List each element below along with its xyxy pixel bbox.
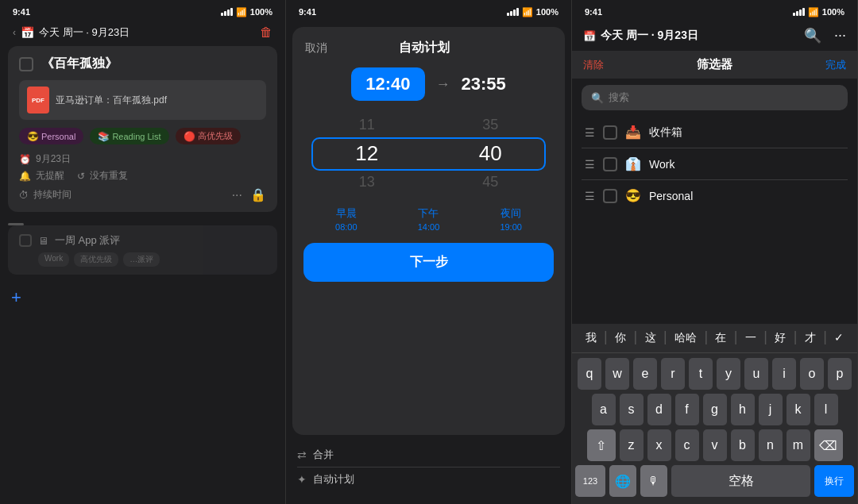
status-signal-1 — [221, 8, 233, 16]
tag-reading[interactable]: 📚 Reading List — [90, 128, 168, 144]
kb-key-n[interactable]: n — [759, 429, 783, 461]
kb-key-d[interactable]: d — [647, 394, 671, 425]
dots-icon[interactable]: ··· — [232, 188, 242, 202]
kb-key-b[interactable]: b — [731, 429, 755, 461]
tasks-header-left: ‹ 📅 今天 周一 · 9月23日 — [13, 25, 129, 40]
fi-emoji-2: 👔 — [625, 156, 641, 171]
kb-suggest-1[interactable]: 我 — [579, 329, 603, 348]
p3-action-icons: 🔍 ··· — [804, 27, 846, 44]
kb-delete-key[interactable]: ⌫ — [814, 429, 843, 461]
kb-bottom-row: 123 🌐 🎙 空格 换行 — [575, 465, 854, 497]
tp-hour-col[interactable]: 11 12 13 — [305, 113, 429, 194]
kb-suggest-3[interactable]: 这 — [639, 329, 663, 348]
kb-key-c[interactable]: c — [675, 429, 699, 461]
tp-minute-below: 45 — [482, 171, 498, 194]
task-card-mini[interactable]: 🖥 一周 App 派评 Work 高优先级 …派评 — [8, 225, 277, 275]
panel2-content: 取消 自动计划 12:40 → 23:55 11 12 13 35 40 — [286, 22, 571, 504]
search-box[interactable]: 🔍 搜索 — [582, 85, 848, 110]
kb-key-l[interactable]: l — [814, 394, 838, 425]
tag-personal[interactable]: 😎 Personal — [19, 128, 83, 144]
kb-key-s[interactable]: s — [620, 394, 644, 425]
search-icon-3[interactable]: 🔍 — [804, 27, 821, 44]
tp-cancel-button[interactable]: 取消 — [305, 41, 327, 56]
kb-shift-key[interactable]: ⇧ — [587, 429, 616, 461]
tag-priority[interactable]: 🔴 高优先级 — [176, 128, 241, 144]
kb-globe-key[interactable]: 🌐 — [609, 465, 636, 497]
kb-suggest-check[interactable]: ✓ — [828, 329, 850, 348]
filter-item-work[interactable]: ☰ 👔 Work — [582, 148, 848, 180]
kb-key-v[interactable]: v — [703, 429, 727, 461]
panel2-auto-item[interactable]: ✦ 自动计划 — [297, 467, 560, 491]
kb-key-y[interactable]: y — [717, 358, 740, 390]
kb-key-p[interactable]: p — [828, 358, 852, 390]
kb-key-u[interactable]: u — [744, 358, 768, 390]
kb-key-g[interactable]: g — [703, 394, 727, 425]
filter-item-inbox[interactable]: ☰ 📥 收件箱 — [582, 117, 848, 148]
task-card-main[interactable]: 《百年孤独》 PDF 亚马逊订单：百年孤独.pdf 😎 Personal 📚 R… — [8, 46, 277, 212]
task-checkbox-main[interactable] — [19, 57, 33, 71]
battery-3: 100% — [822, 7, 844, 17]
fi-list-icon-2: ☰ — [585, 158, 595, 171]
tp-preset-afternoon[interactable]: 下午 14:00 — [418, 206, 440, 232]
auto-label: 自动计划 — [313, 472, 354, 487]
kb-enter-key[interactable]: 换行 — [814, 465, 854, 497]
kb-space-key[interactable]: 空格 — [671, 465, 810, 497]
kb-key-r[interactable]: r — [661, 358, 685, 390]
kb-key-e[interactable]: e — [633, 358, 657, 390]
kb-key-h[interactable]: h — [731, 394, 755, 425]
kb-key-z[interactable]: z — [620, 429, 644, 461]
panel2-merge-item[interactable]: ⇄ 合并 — [297, 443, 560, 467]
kb-key-j[interactable]: j — [759, 394, 783, 425]
fi-checkbox-1[interactable] — [603, 125, 617, 140]
tp-arrow-icon: → — [436, 76, 450, 93]
kb-123-key[interactable]: 123 — [575, 465, 605, 497]
status-right-2: 📶 100% — [507, 7, 558, 17]
more-icon-3[interactable]: ··· — [834, 27, 846, 44]
filter-item-personal[interactable]: ☰ 😎 Personal — [582, 180, 848, 211]
status-time-1: 9:41 — [13, 7, 30, 17]
filter-done-button[interactable]: 完成 — [825, 58, 846, 72]
kb-key-q[interactable]: q — [578, 358, 601, 390]
panel3-header: 📅 今天 周一 · 9月23日 🔍 ··· — [572, 22, 857, 51]
kb-key-x[interactable]: x — [647, 429, 671, 461]
fi-checkbox-3[interactable] — [603, 189, 617, 203]
kb-suggest-6[interactable]: 一 — [739, 329, 763, 348]
kb-key-k[interactable]: k — [786, 394, 810, 425]
task-meta: ⏰ 9月23日 🔔 无提醒 ↺ 没有重复 — [19, 152, 266, 183]
kb-suggest-4[interactable]: 哈哈 — [668, 329, 703, 348]
trash-icon[interactable]: 🗑 — [260, 25, 272, 40]
tp-next-button[interactable]: 下一步 — [303, 243, 554, 282]
kb-suggest-2[interactable]: 你 — [609, 329, 632, 348]
status-right-3: 📶 100% — [793, 7, 844, 17]
kb-suggest-8[interactable]: 才 — [798, 329, 822, 348]
kb-key-o[interactable]: o — [800, 358, 824, 390]
tp-time-range: 12:40 → 23:55 — [305, 67, 552, 101]
kb-suggest-5[interactable]: 在 — [709, 329, 732, 348]
add-task-button[interactable]: + — [0, 283, 285, 313]
kb-key-i[interactable]: i — [772, 358, 796, 390]
tp-minute-col[interactable]: 35 40 45 — [429, 113, 553, 194]
kb-mic-key[interactable]: 🎙 — [640, 465, 667, 497]
task-mini-checkbox[interactable] — [19, 234, 32, 247]
pdf-icon: PDF — [27, 87, 49, 113]
tp-preset-night[interactable]: 夜间 19:00 — [500, 206, 522, 232]
task-attachment[interactable]: PDF 亚马逊订单：百年孤独.pdf — [19, 80, 266, 120]
fi-checkbox-2[interactable] — [603, 157, 617, 171]
tp-picker-area[interactable]: 11 12 13 35 40 45 — [305, 113, 552, 194]
panel3-content: 📅 今天 周一 · 9月23日 🔍 ··· 清除 筛选器 完成 🔍 搜索 ☰ 📥 — [572, 22, 857, 504]
task-tags: 😎 Personal 📚 Reading List 🔴 高优先级 — [19, 128, 266, 144]
wifi-icon-3: 📶 — [808, 7, 819, 17]
task-reminder: 无提醒 — [36, 169, 64, 183]
time-picker-card: 取消 自动计划 12:40 → 23:55 11 12 13 35 40 — [292, 27, 565, 435]
kb-suggest-7[interactable]: 好 — [768, 329, 792, 348]
filter-clear-button[interactable]: 清除 — [583, 58, 604, 72]
tp-preset-morning[interactable]: 早晨 08:00 — [335, 206, 358, 232]
tp-start-time[interactable]: 12:40 — [351, 67, 424, 101]
kb-key-f[interactable]: f — [675, 394, 699, 425]
kb-key-t[interactable]: t — [689, 358, 713, 390]
tp-preset-morning-label: 早晨 — [336, 206, 357, 221]
kb-key-m[interactable]: m — [786, 429, 810, 461]
chevron-icon[interactable]: ‹ — [13, 27, 16, 38]
kb-key-w[interactable]: w — [605, 358, 629, 390]
kb-key-a[interactable]: a — [592, 394, 616, 425]
